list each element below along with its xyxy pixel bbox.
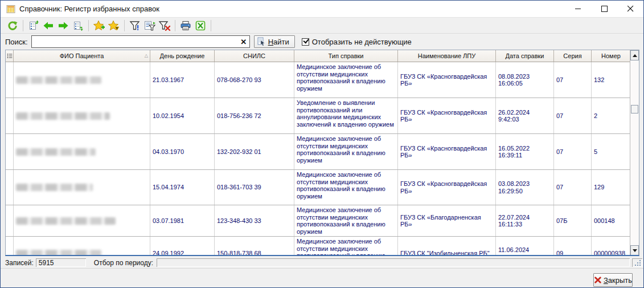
cell-cert-type[interactable]: Медицинское заключение об отсутствии мед… — [294, 62, 398, 98]
header-cert-date[interactable]: Дата справки — [496, 50, 554, 62]
cell-lpu[interactable]: ГБУЗ СК «Красногвардейская РБ» — [398, 134, 496, 169]
cell-cert-date[interactable]: 11.06.2024 10:34:53 — [496, 237, 554, 256]
filter-by-form-button[interactable] — [142, 19, 157, 33]
print-button[interactable] — [178, 19, 193, 33]
cell-fio-redacted[interactable] — [14, 237, 150, 256]
cell-cert-type[interactable]: Медицинское заключение об отсутствии мед… — [294, 134, 398, 169]
clear-search-icon[interactable]: ✕ — [239, 37, 248, 46]
favorites-button[interactable] — [106, 19, 121, 33]
title-bar[interactable]: Справочник: Регистр избранных справок — [1, 1, 643, 18]
table-row[interactable]: 04.03.1970132-202-932 01Медицинское закл… — [6, 134, 639, 170]
add-favorite-button[interactable] — [92, 19, 106, 33]
minimize-button[interactable] — [565, 1, 591, 17]
record-list-down-icon — [72, 20, 84, 31]
cell-snils[interactable]: 018-756-236 72 — [215, 98, 294, 133]
cell-fio-redacted[interactable] — [14, 134, 150, 169]
cell-lpu[interactable]: ГБУЗ СК «Красногвардейская РБ» — [398, 62, 496, 98]
cell-cert-date[interactable]: 16.05.2022 16:39:11 — [496, 134, 554, 169]
cell-number[interactable]: 000000938 — [592, 237, 631, 256]
cell-cert-date[interactable]: 03.08.2023 16:29:50 — [496, 170, 554, 205]
cell-fio-redacted[interactable] — [14, 170, 150, 205]
header-cert-type[interactable]: Тип справки — [294, 50, 398, 62]
cell-dob[interactable]: 15.04.1974 — [150, 170, 215, 205]
row-selector-cell[interactable] — [6, 205, 14, 236]
cell-cert-type[interactable]: Медицинское заключение об отсутствии мед… — [294, 237, 398, 256]
cell-cert-date[interactable]: 26.02.2024 9:42:03 — [496, 98, 554, 133]
cell-number[interactable]: 2 — [592, 98, 631, 133]
row-selector-cell[interactable] — [6, 170, 14, 205]
cell-dob[interactable]: 10.02.1954 — [150, 98, 215, 133]
row-selector-header[interactable] — [6, 50, 14, 62]
vertical-scrollbar[interactable] — [630, 50, 639, 255]
goto-next-record-button[interactable] — [71, 19, 85, 33]
goto-prev-record-button[interactable] — [26, 19, 41, 33]
find-button-label: Найти — [268, 38, 289, 46]
row-selector-cell[interactable] — [6, 62, 14, 98]
header-number[interactable]: Номер — [592, 50, 631, 62]
resize-grip[interactable] — [632, 258, 642, 267]
table-row[interactable]: 10.02.1954018-756-236 72Уведомление о вы… — [6, 98, 639, 134]
cell-cert-date[interactable]: 08.08.2023 16:06:05 — [496, 62, 554, 98]
row-selector-cell[interactable] — [6, 237, 14, 256]
scroll-down-button[interactable] — [630, 245, 639, 255]
cell-snils[interactable]: 132-202-932 01 — [215, 134, 294, 169]
cell-series[interactable]: 07Б — [554, 205, 592, 236]
grip-dots-icon — [632, 258, 642, 267]
header-series[interactable]: Серия — [554, 50, 592, 62]
cell-lpu[interactable]: ГБУЗ СК «Красногвардейская РБ» — [398, 170, 496, 205]
clear-filter-button[interactable] — [157, 19, 172, 33]
cell-snils[interactable]: 018-361-703 39 — [215, 170, 294, 205]
cell-number[interactable]: 132 — [592, 62, 631, 98]
show-inactive-checkbox[interactable] — [302, 38, 309, 46]
cell-number[interactable]: 129 — [592, 170, 631, 205]
print-icon — [179, 20, 192, 31]
cell-dob[interactable]: 04.03.1970 — [150, 134, 215, 169]
cell-series[interactable]: 07 — [554, 170, 592, 205]
cell-dob[interactable]: 21.03.1967 — [150, 62, 215, 98]
cell-cert-type[interactable]: Медицинское заключение об отсутствии мед… — [294, 170, 398, 205]
cell-dob[interactable]: 24.09.1992 — [150, 237, 215, 256]
find-button[interactable]: Найти — [254, 35, 295, 48]
cell-series[interactable]: 07 — [554, 62, 592, 98]
cell-cert-date[interactable]: 22.07.2024 16:11:33 — [496, 205, 554, 236]
cell-lpu[interactable]: ГБУЗ СК «Благодарненская РБ» — [398, 205, 496, 236]
export-excel-button[interactable] — [193, 19, 208, 33]
show-inactive-checkbox-wrap[interactable]: Отобразить не действующие — [302, 38, 412, 46]
close-window-button[interactable] — [617, 1, 643, 17]
forward-button[interactable] — [56, 19, 71, 33]
maximize-button[interactable] — [591, 1, 617, 17]
cell-snils[interactable]: 150-818-738 68 — [215, 237, 294, 256]
table-row[interactable]: 03.07.1981123-348-430 33Медицинское закл… — [6, 205, 639, 237]
cell-cert-type[interactable]: Медицинское заключение об отсутствии мед… — [294, 205, 398, 236]
cell-fio-redacted[interactable] — [14, 62, 150, 98]
cell-fio-redacted[interactable] — [14, 205, 150, 236]
back-button[interactable] — [41, 19, 56, 33]
cell-dob[interactable]: 03.07.1981 — [150, 205, 215, 236]
cell-cert-type[interactable]: Уведомление о выявлении противопоказаний… — [294, 98, 398, 133]
row-selector-cell[interactable] — [6, 134, 14, 169]
refresh-button[interactable] — [5, 19, 20, 33]
cell-snils[interactable]: 123-348-430 33 — [215, 205, 294, 236]
cell-series[interactable]: 09 — [554, 237, 592, 256]
cell-number[interactable]: 5 — [592, 134, 631, 169]
cell-number[interactable]: 000148 — [592, 205, 631, 236]
header-fio[interactable]: ФИО Пациента △ — [14, 50, 150, 62]
cell-series[interactable]: 07 — [554, 134, 592, 169]
table-row[interactable]: 24.09.1992150-818-738 68Медицинское закл… — [6, 237, 639, 256]
scrollbar-thumb[interactable] — [631, 105, 638, 113]
header-snils[interactable]: СНИЛС — [215, 50, 294, 62]
row-selector-cell[interactable] — [6, 98, 14, 133]
header-dob[interactable]: День рождение — [150, 50, 215, 62]
search-input[interactable] — [31, 35, 250, 48]
close-button[interactable]: Закрыть — [593, 273, 633, 287]
table-row[interactable]: 21.03.1967078-068-270 93Медицинское закл… — [6, 62, 639, 98]
cell-lpu[interactable]: ГБУЗ СК "Изобильненская РБ" — [398, 237, 496, 256]
header-lpu[interactable]: Наименование ЛПУ — [398, 50, 496, 62]
cell-series[interactable]: 07 — [554, 98, 592, 133]
cell-lpu[interactable]: ГБУЗ СК «Красногвардейская РБ» — [398, 98, 496, 133]
filter-button[interactable] — [128, 19, 142, 33]
scroll-up-button[interactable] — [630, 50, 639, 60]
table-row[interactable]: 15.04.1974018-361-703 39Медицинское закл… — [6, 170, 639, 205]
cell-snils[interactable]: 078-068-270 93 — [215, 62, 294, 98]
cell-fio-redacted[interactable] — [14, 98, 150, 133]
